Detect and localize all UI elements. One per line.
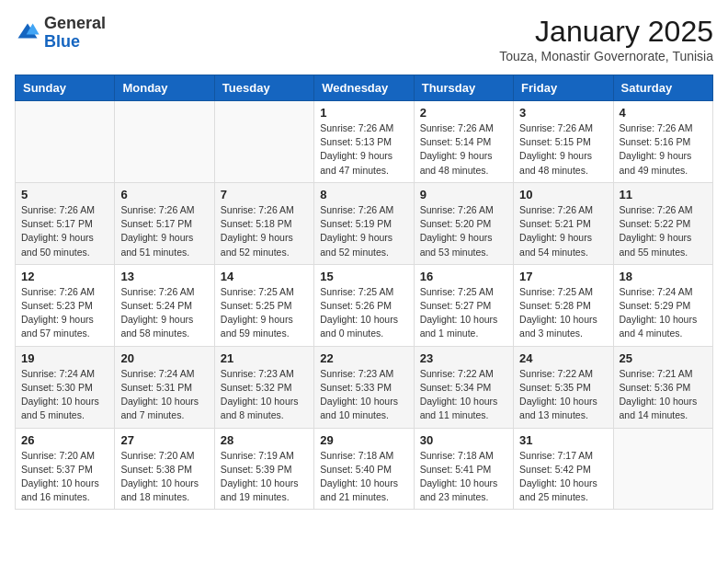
day-number: 13 <box>120 270 208 283</box>
weekday-header-thursday: Thursday <box>414 75 513 101</box>
day-info: Sunrise: 7:26 AM Sunset: 5:23 PM Dayligh… <box>21 285 108 341</box>
calendar-cell: 4Sunrise: 7:26 AM Sunset: 5:16 PM Daylig… <box>613 101 712 183</box>
day-info: Sunrise: 7:26 AM Sunset: 5:20 PM Dayligh… <box>420 203 507 259</box>
day-number: 2 <box>420 106 507 120</box>
day-info: Sunrise: 7:26 AM Sunset: 5:13 PM Dayligh… <box>320 121 407 178</box>
calendar-body: 1Sunrise: 7:26 AM Sunset: 5:13 PM Daylig… <box>16 101 713 510</box>
day-info: Sunrise: 7:26 AM Sunset: 5:17 PM Dayligh… <box>21 203 108 259</box>
calendar-cell: 29Sunrise: 7:18 AM Sunset: 5:40 PM Dayli… <box>314 428 414 510</box>
calendar-cell: 17Sunrise: 7:25 AM Sunset: 5:28 PM Dayli… <box>514 264 613 346</box>
logo: General Blue <box>15 15 106 52</box>
calendar-cell: 5Sunrise: 7:26 AM Sunset: 5:17 PM Daylig… <box>16 182 115 264</box>
calendar-cell <box>214 101 313 183</box>
day-info: Sunrise: 7:24 AM Sunset: 5:31 PM Dayligh… <box>120 367 208 423</box>
location-text: Touza, Monastir Governorate, Tunisia <box>499 49 713 63</box>
day-info: Sunrise: 7:26 AM Sunset: 5:17 PM Dayligh… <box>120 203 208 259</box>
day-info: Sunrise: 7:26 AM Sunset: 5:22 PM Dayligh… <box>620 203 707 259</box>
day-info: Sunrise: 7:18 AM Sunset: 5:41 PM Dayligh… <box>420 449 507 505</box>
day-info: Sunrise: 7:26 AM Sunset: 5:14 PM Dayligh… <box>420 121 507 178</box>
title-block: January 2025 Touza, Monastir Governorate… <box>499 15 713 63</box>
day-number: 15 <box>320 270 407 283</box>
logo-blue-text: Blue <box>44 33 106 52</box>
day-number: 20 <box>120 351 208 365</box>
calendar-week-2: 5Sunrise: 7:26 AM Sunset: 5:17 PM Daylig… <box>16 182 713 264</box>
calendar-cell: 18Sunrise: 7:24 AM Sunset: 5:29 PM Dayli… <box>613 264 712 346</box>
calendar-cell: 2Sunrise: 7:26 AM Sunset: 5:14 PM Daylig… <box>414 101 513 183</box>
calendar-cell: 14Sunrise: 7:25 AM Sunset: 5:25 PM Dayli… <box>214 264 313 346</box>
day-info: Sunrise: 7:25 AM Sunset: 5:27 PM Dayligh… <box>420 285 507 341</box>
day-info: Sunrise: 7:26 AM Sunset: 5:19 PM Dayligh… <box>320 203 407 259</box>
calendar-cell: 23Sunrise: 7:22 AM Sunset: 5:34 PM Dayli… <box>414 346 513 428</box>
calendar-week-1: 1Sunrise: 7:26 AM Sunset: 5:13 PM Daylig… <box>16 101 713 183</box>
weekday-header-monday: Monday <box>115 75 214 101</box>
day-info: Sunrise: 7:18 AM Sunset: 5:40 PM Dayligh… <box>320 449 407 505</box>
calendar-table: SundayMondayTuesdayWednesdayThursdayFrid… <box>15 75 713 510</box>
weekday-header-sunday: Sunday <box>16 75 115 101</box>
day-number: 7 <box>221 188 308 201</box>
calendar-cell: 8Sunrise: 7:26 AM Sunset: 5:19 PM Daylig… <box>314 182 414 264</box>
day-number: 21 <box>221 351 308 365</box>
calendar-cell: 12Sunrise: 7:26 AM Sunset: 5:23 PM Dayli… <box>16 264 115 346</box>
day-number: 9 <box>420 188 507 201</box>
day-number: 19 <box>21 351 108 365</box>
day-info: Sunrise: 7:25 AM Sunset: 5:25 PM Dayligh… <box>221 285 308 341</box>
calendar-cell: 24Sunrise: 7:22 AM Sunset: 5:35 PM Dayli… <box>514 346 613 428</box>
day-info: Sunrise: 7:17 AM Sunset: 5:42 PM Dayligh… <box>519 449 607 505</box>
day-info: Sunrise: 7:26 AM Sunset: 5:15 PM Dayligh… <box>519 121 607 178</box>
day-number: 30 <box>420 433 507 447</box>
calendar-cell: 28Sunrise: 7:19 AM Sunset: 5:39 PM Dayli… <box>214 428 313 510</box>
day-info: Sunrise: 7:26 AM Sunset: 5:24 PM Dayligh… <box>120 285 208 341</box>
day-number: 3 <box>519 106 607 120</box>
calendar-cell: 1Sunrise: 7:26 AM Sunset: 5:13 PM Daylig… <box>314 101 414 183</box>
calendar-cell: 27Sunrise: 7:20 AM Sunset: 5:38 PM Dayli… <box>115 428 214 510</box>
day-number: 27 <box>120 433 208 447</box>
day-number: 12 <box>21 270 108 283</box>
calendar-cell <box>16 101 115 183</box>
day-info: Sunrise: 7:20 AM Sunset: 5:38 PM Dayligh… <box>120 449 208 505</box>
day-number: 11 <box>620 188 707 201</box>
day-number: 28 <box>221 433 308 447</box>
calendar-cell: 31Sunrise: 7:17 AM Sunset: 5:42 PM Dayli… <box>514 428 613 510</box>
calendar-week-4: 19Sunrise: 7:24 AM Sunset: 5:30 PM Dayli… <box>16 346 713 428</box>
day-info: Sunrise: 7:23 AM Sunset: 5:32 PM Dayligh… <box>221 367 308 423</box>
calendar-cell: 16Sunrise: 7:25 AM Sunset: 5:27 PM Dayli… <box>414 264 513 346</box>
calendar-cell: 19Sunrise: 7:24 AM Sunset: 5:30 PM Dayli… <box>16 346 115 428</box>
day-number: 1 <box>320 106 407 120</box>
calendar-cell: 30Sunrise: 7:18 AM Sunset: 5:41 PM Dayli… <box>414 428 513 510</box>
day-number: 18 <box>620 270 707 283</box>
logo-icon <box>15 20 40 46</box>
day-number: 6 <box>120 188 208 201</box>
day-number: 29 <box>320 433 407 447</box>
day-number: 23 <box>420 351 507 365</box>
calendar-cell: 9Sunrise: 7:26 AM Sunset: 5:20 PM Daylig… <box>414 182 513 264</box>
day-info: Sunrise: 7:25 AM Sunset: 5:26 PM Dayligh… <box>320 285 407 341</box>
day-info: Sunrise: 7:26 AM Sunset: 5:21 PM Dayligh… <box>519 203 607 259</box>
weekday-header-friday: Friday <box>514 75 613 101</box>
day-number: 25 <box>620 351 707 365</box>
calendar-cell <box>613 428 712 510</box>
weekday-header-row: SundayMondayTuesdayWednesdayThursdayFrid… <box>16 75 713 101</box>
calendar-cell <box>115 101 214 183</box>
day-number: 4 <box>620 106 707 120</box>
day-number: 8 <box>320 188 407 201</box>
day-info: Sunrise: 7:23 AM Sunset: 5:33 PM Dayligh… <box>320 367 407 423</box>
calendar-week-3: 12Sunrise: 7:26 AM Sunset: 5:23 PM Dayli… <box>16 264 713 346</box>
day-info: Sunrise: 7:22 AM Sunset: 5:35 PM Dayligh… <box>519 367 607 423</box>
calendar-cell: 3Sunrise: 7:26 AM Sunset: 5:15 PM Daylig… <box>514 101 613 183</box>
day-number: 5 <box>21 188 108 201</box>
calendar-cell: 22Sunrise: 7:23 AM Sunset: 5:33 PM Dayli… <box>314 346 414 428</box>
day-info: Sunrise: 7:21 AM Sunset: 5:36 PM Dayligh… <box>620 367 707 423</box>
day-number: 26 <box>21 433 108 447</box>
day-info: Sunrise: 7:24 AM Sunset: 5:30 PM Dayligh… <box>21 367 108 423</box>
day-number: 17 <box>519 270 607 283</box>
day-info: Sunrise: 7:25 AM Sunset: 5:28 PM Dayligh… <box>519 285 607 341</box>
calendar-cell: 25Sunrise: 7:21 AM Sunset: 5:36 PM Dayli… <box>613 346 712 428</box>
weekday-header-wednesday: Wednesday <box>314 75 414 101</box>
day-number: 16 <box>420 270 507 283</box>
calendar-cell: 15Sunrise: 7:25 AM Sunset: 5:26 PM Dayli… <box>314 264 414 346</box>
calendar-header: SundayMondayTuesdayWednesdayThursdayFrid… <box>16 75 713 101</box>
day-info: Sunrise: 7:26 AM Sunset: 5:16 PM Dayligh… <box>620 121 707 178</box>
day-info: Sunrise: 7:19 AM Sunset: 5:39 PM Dayligh… <box>221 449 308 505</box>
day-info: Sunrise: 7:26 AM Sunset: 5:18 PM Dayligh… <box>221 203 308 259</box>
page-header: General Blue January 2025 Touza, Monasti… <box>15 15 713 63</box>
